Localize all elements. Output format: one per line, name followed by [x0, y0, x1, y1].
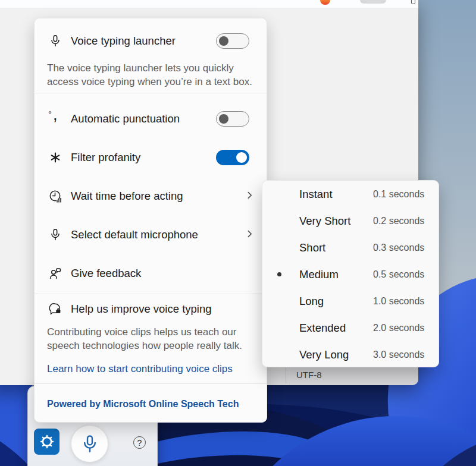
submenu-item-long[interactable]: Long 1.0 seconds [262, 288, 439, 314]
app-titlebar [0, 0, 418, 8]
filter-profanity-row[interactable]: Filter profanity [35, 138, 267, 177]
wait-time-clock-icon [48, 188, 63, 204]
give-feedback-label: Give feedback [71, 267, 141, 280]
submenu-item-medium[interactable]: Medium 0.5 seconds [262, 261, 439, 288]
settings-button[interactable] [34, 429, 60, 455]
submenu-item-short[interactable]: Short 0.3 seconds [262, 234, 439, 261]
voice-typing-settings-popup: Voice typing launcher The voice typing l… [34, 18, 267, 423]
microphone-button[interactable] [71, 425, 108, 462]
voice-typing-launcher-row[interactable]: Voice typing launcher [35, 26, 267, 56]
app-icon [320, 0, 330, 5]
asterisk-icon [48, 150, 63, 165]
filter-profanity-toggle[interactable] [216, 150, 249, 165]
automatic-punctuation-label: Automatic punctuation [71, 112, 180, 125]
screen: UTF-8 [0, 0, 476, 466]
microphone-icon [80, 434, 100, 454]
submenu-item-instant[interactable]: Instant 0.1 seconds [262, 181, 439, 207]
wait-time-submenu: Instant 0.1 seconds Very Short 0.2 secon… [262, 180, 439, 367]
default-microphone-label: Select default microphone [71, 228, 198, 241]
help-improve-row[interactable]: Help us improve voice typing [35, 294, 267, 324]
automatic-punctuation-toggle[interactable] [216, 111, 249, 127]
submenu-item-very-long[interactable]: Very Long 3.0 seconds [262, 341, 439, 368]
speech-bubble-lock-icon [48, 301, 63, 317]
learn-voice-clips-link[interactable]: Learn how to start contributing voice cl… [47, 363, 262, 375]
titlebar-glyph-icon [411, 0, 415, 4]
titlebar-pill [360, 0, 386, 4]
submenu-item-very-short[interactable]: Very Short 0.2 seconds [262, 207, 439, 234]
chevron-right-icon [246, 191, 253, 201]
default-microphone-row[interactable]: Select default microphone [35, 215, 267, 254]
submenu-item-extended[interactable]: Extended 2.0 seconds [262, 314, 439, 341]
filter-profanity-label: Filter profanity [71, 151, 140, 164]
selected-bullet [277, 272, 281, 276]
help-description: Contributing voice clips helps us teach … [47, 325, 258, 352]
microphone-icon [48, 33, 63, 49]
launcher-description: The voice typing launcher lets you quick… [47, 61, 258, 89]
feedback-person-icon [48, 266, 63, 281]
chevron-right-icon [246, 229, 253, 240]
gear-icon [39, 434, 55, 449]
wait-time-row[interactable]: Wait time before acting [35, 177, 267, 215]
punctuation-icon: ° , [48, 111, 63, 127]
encoding-label: UTF-8 [296, 370, 322, 380]
voice-typing-launcher-label: Voice typing launcher [71, 34, 176, 48]
automatic-punctuation-row[interactable]: ° , Automatic punctuation [35, 99, 267, 138]
wait-time-label: Wait time before acting [71, 190, 183, 203]
microphone-icon [48, 227, 63, 243]
help-label: ? [137, 438, 142, 448]
help-improve-label: Help us improve voice typing [71, 303, 212, 316]
powered-by-link[interactable]: Powered by Microsoft Online Speech Tech [47, 399, 239, 410]
statusbar-divider [286, 367, 286, 383]
help-button[interactable]: ? [133, 436, 146, 449]
voice-typing-launcher-toggle[interactable] [216, 33, 249, 49]
give-feedback-row[interactable]: Give feedback [35, 254, 267, 292]
